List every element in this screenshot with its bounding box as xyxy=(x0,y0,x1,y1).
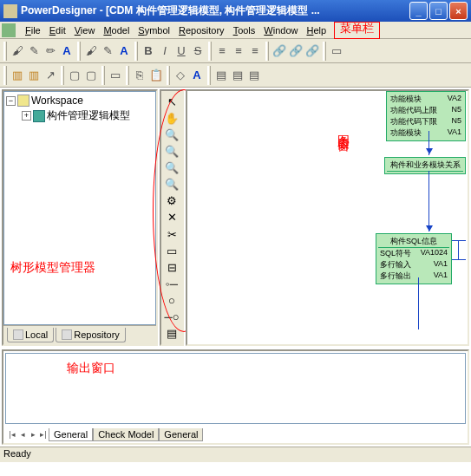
tab-nav-first[interactable]: |◂ xyxy=(7,428,17,440)
tool-x-icon[interactable]: ▭ xyxy=(329,42,344,60)
entity-bottom[interactable]: 构件SQL信息 SQL符号VA1024 多行输入VA1 多行输出VA1 xyxy=(376,233,452,284)
marker-icon[interactable]: ✏ xyxy=(43,42,58,60)
status-text: Ready xyxy=(3,448,31,459)
expand-icon[interactable]: + xyxy=(22,111,31,121)
zoom-in-icon[interactable]: 🔍 xyxy=(163,127,180,142)
output-tab-general2[interactable]: General xyxy=(159,428,203,441)
workspace-tree[interactable]: − Workspace + 构件管理逻辑模型 xyxy=(3,91,156,325)
entity-top[interactable]: 功能模块VA2 功能代码上限N5 功能代码下限N5 功能模块VA1 xyxy=(386,91,466,141)
font-a2-icon[interactable]: A xyxy=(116,42,132,60)
text-a-icon[interactable]: A xyxy=(189,67,205,84)
menu-help[interactable]: Help xyxy=(302,23,330,37)
hand-icon[interactable]: ✋ xyxy=(163,111,180,126)
tab-nav-next[interactable]: ▸ xyxy=(28,428,38,440)
brush2-icon[interactable]: 🖌 xyxy=(83,42,99,60)
entity-icon[interactable]: ▭ xyxy=(163,244,180,258)
arrow-icon[interactable]: ↗ xyxy=(43,67,58,84)
menu-repository[interactable]: Repository xyxy=(174,23,229,37)
tab-repository[interactable]: Repository xyxy=(56,328,126,342)
toolbar-grip[interactable] xyxy=(3,66,7,85)
minimize-button[interactable]: _ xyxy=(409,2,428,20)
tool-palette: ↖ ✋ 🔍 🔍 🔍 🔍 ⚙ ✕ ✂ ▭ ⊟ ◦─ ○ ─○ ▤ xyxy=(160,89,184,346)
diagram-canvas[interactable]: 图表窗口 功能模块VA2 功能代码上限N5 功能代码下限N5 功能模块VA1 构… xyxy=(186,89,469,346)
menu-symbol[interactable]: Symbol xyxy=(134,23,174,37)
underline-icon[interactable]: U xyxy=(173,42,189,60)
misc-icon[interactable]: ▤ xyxy=(213,67,229,84)
toolbar-grip[interactable] xyxy=(208,42,212,61)
assoc-icon[interactable]: ○ xyxy=(163,293,180,308)
align-left-icon[interactable]: ≡ xyxy=(214,42,230,60)
toolbar-grip[interactable] xyxy=(207,66,211,85)
toolbar-grip[interactable] xyxy=(167,66,170,85)
toolbar-grip[interactable] xyxy=(265,42,269,61)
connector[interactable] xyxy=(452,240,466,241)
delete-icon[interactable]: ✕ xyxy=(163,210,180,225)
inherit-icon[interactable]: ◦─ xyxy=(163,277,180,291)
zoom-sel-icon[interactable]: 🔍 xyxy=(163,177,180,192)
toolbar-grip[interactable] xyxy=(3,42,7,61)
entity-mid[interactable]: 构件和业务模块关系 xyxy=(384,157,466,174)
shape-icon[interactable]: ◇ xyxy=(173,67,188,84)
menu-tools[interactable]: Tools xyxy=(229,23,260,37)
menu-edit[interactable]: Edit xyxy=(45,23,70,37)
strike-icon[interactable]: S xyxy=(190,42,206,60)
tab-local[interactable]: Local xyxy=(7,328,54,342)
align-center-icon[interactable]: ≡ xyxy=(231,42,246,60)
doc2-icon[interactable]: ▢ xyxy=(83,67,99,84)
maximize-button[interactable]: □ xyxy=(429,2,448,20)
pencil-icon[interactable]: ✎ xyxy=(26,42,42,60)
toolbar-grip[interactable] xyxy=(134,42,138,61)
output-tab-checkmodel[interactable]: Check Model xyxy=(93,428,159,441)
close-button[interactable]: × xyxy=(449,2,468,20)
zoom-out-icon[interactable]: 🔍 xyxy=(163,144,180,159)
pencil2-icon[interactable]: ✎ xyxy=(100,42,115,60)
connector[interactable] xyxy=(458,240,459,259)
menu-model[interactable]: Model xyxy=(99,23,134,37)
copy-icon[interactable]: ⎘ xyxy=(132,67,147,84)
menu-window[interactable]: Window xyxy=(259,23,302,37)
link3-icon[interactable]: 🔗 xyxy=(304,42,320,60)
tree-root[interactable]: − Workspace xyxy=(6,94,154,108)
misc3-icon[interactable]: ▤ xyxy=(246,67,262,84)
newdoc2-icon[interactable]: ▥ xyxy=(26,67,42,84)
link2-icon[interactable]: 🔗 xyxy=(288,42,304,60)
bold-icon[interactable]: B xyxy=(141,42,156,60)
font-a-icon[interactable]: A xyxy=(59,42,75,60)
annotation-output: 输出窗口 xyxy=(67,361,115,376)
connector[interactable] xyxy=(428,171,429,231)
note-icon[interactable]: ▤ xyxy=(163,326,180,341)
doc-icon[interactable]: ▢ xyxy=(67,67,82,84)
align-right-icon[interactable]: ≡ xyxy=(247,42,263,60)
connector[interactable] xyxy=(418,277,419,329)
zoom-fit-icon[interactable]: 🔍 xyxy=(163,160,180,175)
tree-tabs: Local Repository xyxy=(3,325,156,344)
toolbar-grip[interactable] xyxy=(323,42,326,61)
statusbar: Ready xyxy=(0,447,471,462)
collapse-icon[interactable]: − xyxy=(6,96,16,106)
props-icon[interactable]: ⚙ xyxy=(163,193,180,208)
toolbar-2: ▥ ▥ ↗ ▢ ▢ ▭ ⎘ 📋 ◇ A ▤ ▤ ▤ xyxy=(0,63,471,88)
menu-view[interactable]: View xyxy=(70,23,100,37)
toolbar-grip[interactable] xyxy=(77,42,81,61)
menu-file[interactable]: File xyxy=(21,23,45,37)
tab-nav-prev[interactable]: ◂ xyxy=(17,428,28,440)
connector[interactable] xyxy=(452,259,466,260)
misc2-icon[interactable]: ▤ xyxy=(230,67,245,84)
link-icon[interactable]: ─○ xyxy=(163,310,180,324)
newdoc-icon[interactable]: ▥ xyxy=(10,67,25,84)
link-icon[interactable]: 🔗 xyxy=(271,42,287,60)
pointer-icon[interactable]: ↖ xyxy=(163,95,180,109)
toolbar-grip[interactable] xyxy=(101,66,105,85)
output-tab-general[interactable]: General xyxy=(49,428,93,441)
tab-nav-last[interactable]: ▸| xyxy=(38,428,49,440)
brush-icon[interactable]: 🖌 xyxy=(10,42,25,60)
italic-icon[interactable]: I xyxy=(157,42,173,60)
tree-child[interactable]: + 构件管理逻辑模型 xyxy=(6,108,154,124)
rect-icon[interactable]: ▭ xyxy=(108,67,123,84)
relation-icon[interactable]: ⊟ xyxy=(163,260,180,275)
toolbar-grip[interactable] xyxy=(61,66,64,85)
output-body[interactable]: 输出窗口 xyxy=(5,353,466,424)
cut-icon[interactable]: ✂ xyxy=(163,227,180,242)
toolbar-grip[interactable] xyxy=(126,66,129,85)
paste-icon[interactable]: 📋 xyxy=(148,67,164,84)
